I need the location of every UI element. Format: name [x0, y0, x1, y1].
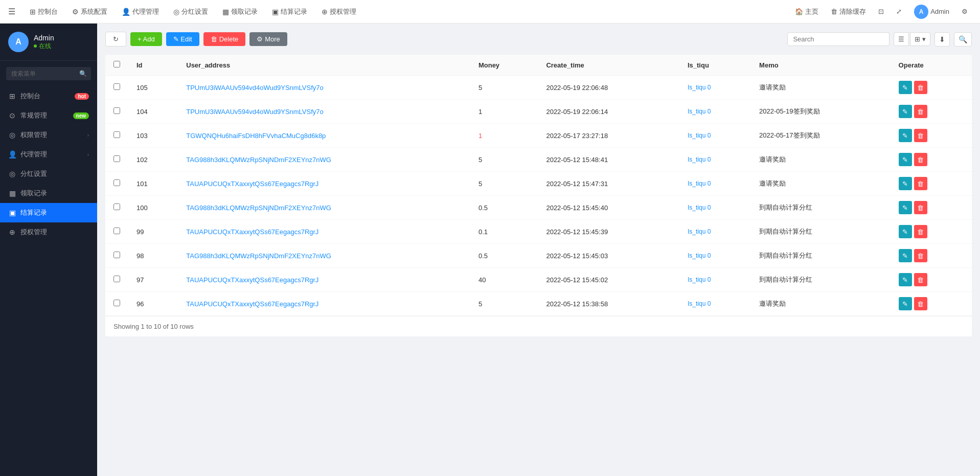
header-checkbox-col — [105, 55, 128, 76]
sidebar-item-permissions[interactable]: ◎ 权限管理 › — [0, 125, 97, 145]
search-input[interactable] — [787, 32, 890, 46]
row-user-address[interactable]: TAUAPUCUQxTXaxxytQSs67Eegagcs7RgrJ — [178, 220, 470, 244]
row-checkbox-cell — [105, 196, 128, 220]
delete-label: Delete — [219, 35, 239, 43]
delete-row-button[interactable]: 🗑 — [914, 201, 927, 214]
row-user-address[interactable]: TPUmU3iWAAUv594vd4oWud9YSnmLVSfy7o — [178, 76, 470, 100]
row-user-address[interactable]: TAUAPUCUQxTXaxxytQSs67Eegagcs7RgrJ — [178, 172, 470, 196]
row-id: 100 — [128, 196, 178, 220]
sidebar-item-dashboard[interactable]: ⊞ 控制台 hot — [0, 86, 97, 106]
edit-button[interactable]: ✎ Edit — [166, 32, 199, 46]
icon2-btn[interactable]: ⤢ — [892, 8, 906, 15]
admin-profile[interactable]: A Admin — [910, 5, 953, 19]
sidebar-item-agent-mgmt[interactable]: 👤 代理管理 › — [0, 145, 97, 164]
nav-item-dashboard[interactable]: ⊞ 控制台 — [24, 0, 64, 24]
row-checkbox[interactable] — [113, 276, 120, 282]
edit-row-button[interactable]: ✎ — [899, 225, 912, 238]
home-link[interactable]: 🏠 主页 — [791, 7, 823, 16]
row-user-address[interactable]: TPUmU3iWAAUv594vd4oWud9YSnmLVSfy7o — [178, 100, 470, 124]
sidebar: A Admin 在线 🔍 ⊞ 控制台 hot ⊙ 常规管理 new ◎ — [0, 24, 97, 476]
row-checkbox[interactable] — [113, 131, 120, 138]
nav-label-sysconfig: 系统配置 — [81, 7, 107, 16]
edit-row-button[interactable]: ✎ — [899, 81, 912, 94]
filter-btn[interactable]: 🔍 — [954, 32, 972, 47]
export-btn[interactable]: ⬇ — [935, 32, 950, 47]
row-user-address[interactable]: TAG988h3dKLQMWzRpSNjNDmF2XEYnz7nWG — [178, 148, 470, 172]
row-user-address[interactable]: TGWQNQHu6haiFsDH8hFVvhaCMuCg8d6k8p — [178, 124, 470, 148]
edit-row-button[interactable]: ✎ — [899, 201, 912, 214]
edit-row-button[interactable]: ✎ — [899, 249, 912, 262]
row-checkbox[interactable] — [113, 107, 120, 114]
row-memo: 2022-05-17签到奖励 — [751, 124, 891, 148]
edit-row-button[interactable]: ✎ — [899, 177, 912, 190]
table-header-row: Id User_address Money Create_time Is_tiq… — [105, 55, 972, 76]
row-checkbox-cell — [105, 268, 128, 292]
delete-row-button[interactable]: 🗑 — [914, 153, 927, 166]
add-button[interactable]: + Add — [130, 32, 162, 46]
row-user-address[interactable]: TAUAPUCUQxTXaxxytQSs67Eegagcs7RgrJ — [178, 268, 470, 292]
settings-btn[interactable]: ⚙ — [958, 8, 972, 15]
sidebar-item-auth[interactable]: ⊕ 授权管理 — [0, 222, 97, 242]
table-row: 103 TGWQNQHu6haiFsDH8hFVvhaCMuCg8d6k8p 1… — [105, 124, 972, 148]
row-money: 5 — [470, 148, 538, 172]
nav-item-settlement[interactable]: ▣ 结算记录 — [266, 0, 313, 24]
sidebar-item-claim[interactable]: ▦ 领取记录 — [0, 184, 97, 203]
delete-row-button[interactable]: 🗑 — [914, 273, 927, 286]
delete-row-button[interactable]: 🗑 — [914, 105, 927, 118]
search-menu-input[interactable] — [6, 67, 91, 80]
row-checkbox[interactable] — [113, 300, 120, 306]
sidebar-search[interactable]: 🔍 — [6, 67, 91, 80]
more-button[interactable]: ⚙ More — [249, 32, 287, 46]
search-icon: 🔍 — [79, 70, 87, 77]
row-checkbox[interactable] — [113, 83, 120, 90]
clear-cache-btn[interactable]: 🗑 清除缓存 — [827, 7, 870, 16]
row-operate: ✎ 🗑 — [891, 292, 972, 316]
top-navigation: ☰ ⊞ 控制台 ⚙ 系统配置 👤 代理管理 ◎ 分红设置 ▦ 领取记录 ▣ 结算… — [0, 0, 980, 24]
delete-row-button[interactable]: 🗑 — [914, 81, 927, 94]
nav-item-sysconfig[interactable]: ⚙ 系统配置 — [66, 0, 113, 24]
row-checkbox[interactable] — [113, 252, 120, 258]
nav-item-agent[interactable]: 👤 代理管理 — [116, 0, 165, 24]
row-money: 5 — [470, 76, 538, 100]
toolbar-right: ☰ ⊞ ▾ ⬇ 🔍 — [787, 32, 972, 47]
row-money: 0.1 — [470, 220, 538, 244]
select-all-checkbox[interactable] — [113, 61, 120, 67]
row-id: 97 — [128, 268, 178, 292]
row-checkbox[interactable] — [113, 155, 120, 162]
delete-row-button[interactable]: 🗑 — [914, 129, 927, 142]
list-view-btn[interactable]: ☰ — [894, 32, 909, 46]
nav-item-dividend[interactable]: ◎ 分红设置 — [167, 0, 214, 24]
row-is-tiqu: Is_tiqu 0 — [679, 100, 751, 124]
edit-row-button[interactable]: ✎ — [899, 153, 912, 166]
row-create-time: 2022-05-12 15:45:40 — [538, 196, 679, 220]
sidebar-permissions-label: 权限管理 — [20, 130, 83, 140]
edit-row-button[interactable]: ✎ — [899, 297, 912, 310]
settlement-icon: ▣ — [8, 209, 16, 217]
edit-row-button[interactable]: ✎ — [899, 129, 912, 142]
main-content: ↻ + Add ✎ Edit 🗑 Delete ⚙ More ☰ ⊞ ▾ — [97, 24, 980, 476]
menu-toggle-icon[interactable]: ☰ — [8, 7, 15, 16]
refresh-button[interactable]: ↻ — [105, 32, 126, 47]
sidebar-item-regular[interactable]: ⊙ 常规管理 new — [0, 106, 97, 125]
row-checkbox[interactable] — [113, 203, 120, 210]
delete-button[interactable]: 🗑 Delete — [203, 32, 246, 46]
nav-item-auth[interactable]: ⊕ 授权管理 — [315, 0, 362, 24]
sidebar-item-dividend[interactable]: ◎ 分红设置 — [0, 164, 97, 184]
edit-row-button[interactable]: ✎ — [899, 105, 912, 118]
row-user-address[interactable]: TAG988h3dKLQMWzRpSNjNDmF2XEYnz7nWG — [178, 196, 470, 220]
sidebar-item-settlement[interactable]: ▣ 结算记录 — [0, 203, 97, 222]
delete-row-button[interactable]: 🗑 — [914, 297, 927, 310]
add-label: + Add — [138, 35, 155, 43]
delete-row-button[interactable]: 🗑 — [914, 249, 927, 262]
row-create-time: 2022-05-12 15:38:58 — [538, 292, 679, 316]
delete-row-button[interactable]: 🗑 — [914, 225, 927, 238]
row-checkbox[interactable] — [113, 179, 120, 186]
row-user-address[interactable]: TAG988h3dKLQMWzRpSNjNDmF2XEYnz7nWG — [178, 244, 470, 268]
row-user-address[interactable]: TAUAPUCUQxTXaxxytQSs67Eegagcs7RgrJ — [178, 292, 470, 316]
row-checkbox[interactable] — [113, 228, 120, 234]
delete-row-button[interactable]: 🗑 — [914, 177, 927, 190]
icon1-btn[interactable]: ⊡ — [874, 8, 888, 15]
grid-view-btn[interactable]: ⊞ ▾ — [910, 32, 930, 46]
nav-item-claim[interactable]: ▦ 领取记录 — [216, 0, 264, 24]
edit-row-button[interactable]: ✎ — [899, 273, 912, 286]
